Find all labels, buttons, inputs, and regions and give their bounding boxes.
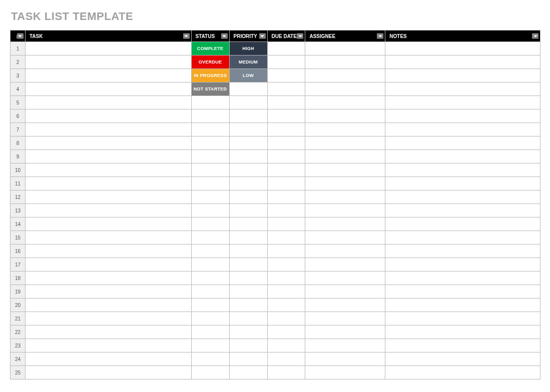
notes-cell[interactable] <box>385 231 540 244</box>
task-cell[interactable] <box>25 204 191 218</box>
assignee-cell[interactable] <box>305 298 385 312</box>
status-cell[interactable] <box>191 258 229 272</box>
notes-cell[interactable] <box>385 298 540 312</box>
notes-cell[interactable] <box>385 69 540 82</box>
status-cell[interactable] <box>191 326 229 339</box>
priority-cell[interactable] <box>229 258 267 272</box>
assignee-cell[interactable] <box>305 339 385 352</box>
status-cell[interactable] <box>191 298 229 312</box>
priority-cell[interactable] <box>229 96 267 110</box>
assignee-cell[interactable] <box>305 110 385 123</box>
notes-cell[interactable] <box>385 285 540 298</box>
due-date-cell[interactable] <box>267 69 305 82</box>
status-cell[interactable] <box>191 204 229 218</box>
priority-cell[interactable] <box>229 190 267 204</box>
priority-cell[interactable] <box>229 272 267 285</box>
assignee-cell[interactable] <box>305 272 385 285</box>
status-cell[interactable] <box>191 177 229 190</box>
filter-dropdown-icon[interactable] <box>17 34 24 39</box>
priority-cell[interactable]: HIGH <box>229 42 267 56</box>
filter-dropdown-icon[interactable] <box>221 34 228 39</box>
status-cell[interactable] <box>191 272 229 285</box>
task-cell[interactable] <box>25 258 191 272</box>
task-cell[interactable] <box>25 244 191 258</box>
due-date-cell[interactable] <box>267 285 305 298</box>
task-cell[interactable] <box>25 272 191 285</box>
priority-cell[interactable] <box>229 312 267 326</box>
notes-cell[interactable] <box>385 164 540 177</box>
task-cell[interactable] <box>25 298 191 312</box>
due-date-cell[interactable] <box>267 82 305 96</box>
priority-cell[interactable]: LOW <box>229 69 267 82</box>
priority-cell[interactable] <box>229 204 267 218</box>
assignee-cell[interactable] <box>305 42 385 56</box>
notes-cell[interactable] <box>385 339 540 352</box>
assignee-cell[interactable] <box>305 150 385 164</box>
assignee-cell[interactable] <box>305 123 385 136</box>
notes-cell[interactable] <box>385 204 540 218</box>
due-date-cell[interactable] <box>267 272 305 285</box>
status-cell[interactable] <box>191 339 229 352</box>
notes-cell[interactable] <box>385 136 540 150</box>
notes-cell[interactable] <box>385 82 540 96</box>
filter-dropdown-icon[interactable] <box>377 34 383 39</box>
task-cell[interactable] <box>25 69 191 82</box>
task-cell[interactable] <box>25 326 191 339</box>
task-cell[interactable] <box>25 312 191 326</box>
status-cell[interactable]: COMPLETE <box>191 42 229 56</box>
assignee-cell[interactable] <box>305 326 385 339</box>
due-date-cell[interactable] <box>267 326 305 339</box>
priority-cell[interactable] <box>229 164 267 177</box>
due-date-cell[interactable] <box>267 136 305 150</box>
notes-cell[interactable] <box>385 177 540 190</box>
filter-dropdown-icon[interactable] <box>259 34 266 39</box>
status-cell[interactable] <box>191 218 229 231</box>
notes-cell[interactable] <box>385 56 540 69</box>
priority-cell[interactable] <box>229 82 267 96</box>
notes-cell[interactable] <box>385 218 540 231</box>
priority-cell[interactable] <box>229 231 267 244</box>
assignee-cell[interactable] <box>305 285 385 298</box>
due-date-cell[interactable] <box>267 56 305 69</box>
due-date-cell[interactable] <box>267 96 305 110</box>
assignee-cell[interactable] <box>305 136 385 150</box>
due-date-cell[interactable] <box>267 231 305 244</box>
status-cell[interactable]: IN PROGRESS <box>191 69 229 82</box>
assignee-cell[interactable] <box>305 96 385 110</box>
status-cell[interactable] <box>191 136 229 150</box>
status-cell[interactable]: NOT STARTED <box>191 82 229 96</box>
priority-cell[interactable] <box>229 326 267 339</box>
priority-cell[interactable] <box>229 218 267 231</box>
status-cell[interactable] <box>191 312 229 326</box>
status-cell[interactable] <box>191 190 229 204</box>
task-cell[interactable] <box>25 110 191 123</box>
due-date-cell[interactable] <box>267 150 305 164</box>
priority-cell[interactable] <box>229 352 267 366</box>
task-cell[interactable] <box>25 339 191 352</box>
assignee-cell[interactable] <box>305 69 385 82</box>
task-cell[interactable] <box>25 82 191 96</box>
due-date-cell[interactable] <box>267 312 305 326</box>
notes-cell[interactable] <box>385 150 540 164</box>
due-date-cell[interactable] <box>267 366 305 380</box>
assignee-cell[interactable] <box>305 204 385 218</box>
notes-cell[interactable] <box>385 366 540 380</box>
due-date-cell[interactable] <box>267 204 305 218</box>
task-cell[interactable] <box>25 164 191 177</box>
priority-cell[interactable] <box>229 123 267 136</box>
priority-cell[interactable] <box>229 244 267 258</box>
assignee-cell[interactable] <box>305 258 385 272</box>
due-date-cell[interactable] <box>267 190 305 204</box>
task-cell[interactable] <box>25 366 191 380</box>
due-date-cell[interactable] <box>267 339 305 352</box>
due-date-cell[interactable] <box>267 218 305 231</box>
due-date-cell[interactable] <box>267 244 305 258</box>
due-date-cell[interactable] <box>267 123 305 136</box>
notes-cell[interactable] <box>385 42 540 56</box>
due-date-cell[interactable] <box>267 258 305 272</box>
status-cell[interactable] <box>191 164 229 177</box>
task-cell[interactable] <box>25 177 191 190</box>
status-cell[interactable] <box>191 110 229 123</box>
task-cell[interactable] <box>25 42 191 56</box>
priority-cell[interactable] <box>229 150 267 164</box>
